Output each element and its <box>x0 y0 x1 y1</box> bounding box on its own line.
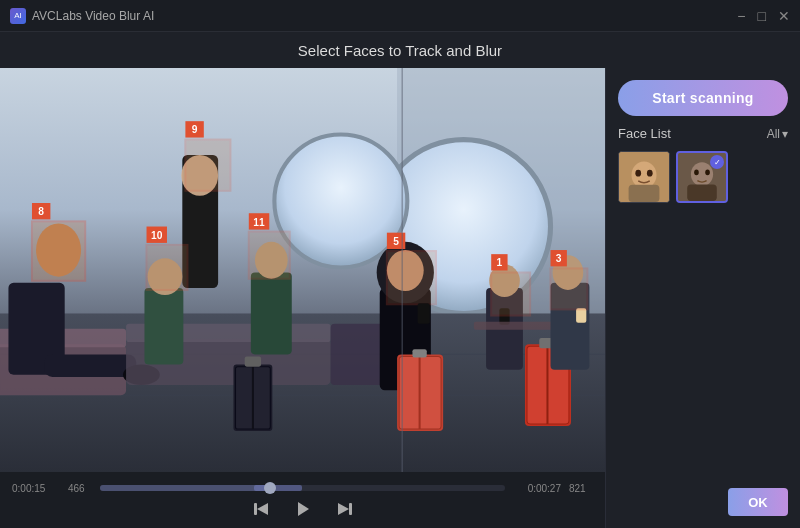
play-button[interactable] <box>294 500 312 518</box>
face-selected-check: ✓ <box>710 155 724 169</box>
end-time: 0:00:27 <box>513 483 561 494</box>
svg-text:11: 11 <box>253 217 265 228</box>
maximize-button[interactable]: □ <box>758 9 766 23</box>
svg-rect-10 <box>44 354 136 377</box>
prev-button[interactable] <box>252 500 270 518</box>
svg-point-76 <box>647 170 653 177</box>
svg-text:8: 8 <box>38 206 44 217</box>
main-content: 8 9 10 11 5 1 3 <box>0 68 800 528</box>
timeline-thumb[interactable] <box>264 482 276 494</box>
app-title-area: AI AVCLabs Video Blur AI <box>10 8 154 24</box>
face-thumbnail-2[interactable]: ✓ <box>676 151 728 203</box>
title-bar: AI AVCLabs Video Blur AI − □ ✕ <box>0 0 800 32</box>
svg-point-80 <box>694 170 699 176</box>
dropdown-chevron-icon: ▾ <box>782 127 788 141</box>
page-title: Select Faces to Track and Blur <box>298 42 502 59</box>
minimize-button[interactable]: − <box>737 9 745 23</box>
face-thumbnails: ✓ <box>618 151 788 203</box>
page-title-bar: Select Faces to Track and Blur <box>0 32 800 68</box>
svg-point-75 <box>635 170 641 177</box>
svg-marker-69 <box>298 502 309 516</box>
svg-rect-42 <box>491 273 530 316</box>
face-list-label: Face List <box>618 126 671 141</box>
video-area: 8 9 10 11 5 1 3 <box>0 68 605 472</box>
svg-rect-43 <box>474 322 556 330</box>
svg-rect-67 <box>254 503 257 515</box>
svg-text:1: 1 <box>497 257 503 268</box>
app-logo-text: AI <box>14 11 22 20</box>
svg-text:9: 9 <box>192 124 198 135</box>
svg-rect-30 <box>418 303 430 323</box>
svg-text:5: 5 <box>393 236 399 247</box>
all-filter-label: All <box>767 127 780 141</box>
ok-button[interactable]: OK <box>728 488 788 516</box>
playback-controls <box>12 500 593 518</box>
svg-rect-19 <box>144 288 183 365</box>
video-panel: 8 9 10 11 5 1 3 <box>0 68 605 528</box>
timeline-track[interactable] <box>100 485 505 491</box>
svg-marker-68 <box>257 503 268 515</box>
close-button[interactable]: ✕ <box>778 9 790 23</box>
video-controls: 0:00:15 466 0:00:27 821 <box>0 472 605 528</box>
svg-rect-29 <box>387 251 436 304</box>
svg-rect-22 <box>251 273 292 355</box>
current-frame: 466 <box>68 483 92 494</box>
all-filter-dropdown[interactable]: All ▾ <box>767 127 788 141</box>
svg-point-13 <box>36 223 81 276</box>
svg-rect-70 <box>349 503 352 515</box>
svg-rect-34 <box>412 349 426 357</box>
app-logo: AI <box>10 8 26 24</box>
right-panel: Start scanning Face List All ▾ <box>605 68 800 528</box>
svg-point-73 <box>632 162 657 189</box>
svg-rect-47 <box>551 268 588 309</box>
svg-text:3: 3 <box>556 253 562 264</box>
app-title: AVCLabs Video Blur AI <box>32 9 154 23</box>
current-time: 0:00:15 <box>12 483 60 494</box>
svg-rect-46 <box>576 308 586 322</box>
svg-rect-74 <box>629 185 660 202</box>
timeline-row: 0:00:15 466 0:00:27 821 <box>12 483 593 494</box>
start-scanning-button[interactable]: Start scanning <box>618 80 788 116</box>
face-list-header: Face List All ▾ <box>618 126 788 141</box>
svg-text:10: 10 <box>151 230 163 241</box>
svg-rect-21 <box>147 245 188 290</box>
window-controls: − □ ✕ <box>737 9 790 23</box>
face-thumbnail-1[interactable] <box>618 151 670 203</box>
svg-point-81 <box>705 170 710 176</box>
video-scene: 8 9 10 11 5 1 3 <box>0 68 605 472</box>
next-button[interactable] <box>336 500 354 518</box>
svg-marker-71 <box>338 503 349 515</box>
svg-rect-51 <box>245 356 261 366</box>
svg-rect-24 <box>249 232 290 279</box>
svg-rect-16 <box>185 140 230 191</box>
svg-rect-79 <box>687 184 717 201</box>
end-frame: 821 <box>569 483 593 494</box>
